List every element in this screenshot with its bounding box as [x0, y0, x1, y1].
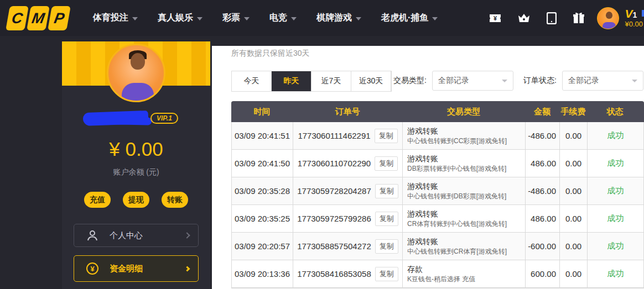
nav-item-label: 真人娱乐 [158, 12, 193, 24]
profile-avatar[interactable] [107, 44, 165, 102]
cell-amount: 486.00 [526, 150, 560, 177]
nav-menu-item[interactable]: 电竞 [269, 12, 297, 24]
date-range-tab[interactable]: 近30天 [351, 71, 391, 91]
cell-fee: 0.00 [560, 205, 588, 232]
voucher-icon[interactable]: ¥ [489, 13, 501, 23]
cell-order: 1773060111462291 复制 [293, 122, 403, 149]
copy-button[interactable]: 复制 [375, 156, 398, 171]
funds-detail-panel: 所有数据只保留近30天 今天 昨天 近7天 近30天 交易类型: 全部记录 订单… [212, 46, 644, 289]
cell-status: 成功 [588, 205, 643, 232]
device-icon[interactable] [547, 12, 557, 24]
nav-menu-item[interactable]: 体育投注 [93, 12, 138, 24]
nav-item-label: 棋牌游戏 [316, 12, 352, 24]
user-icon [86, 229, 98, 241]
cell-time: 03/09 20:20:57 [232, 233, 293, 260]
cell-type: 存款 K豆钱包-稍后选择 充值 [403, 260, 526, 287]
select-value: 全部记录 [568, 76, 599, 86]
column-header-status: 状态 [587, 101, 643, 122]
transaction-desc: K豆钱包-稍后选择 充值 [407, 275, 475, 283]
order-number: 1773058416853058 [297, 269, 371, 279]
topbar-icons: ¥ [489, 12, 585, 24]
cell-fee: 0.00 [560, 260, 588, 287]
transaction-type: 游戏转账 [407, 154, 438, 164]
user-avatar[interactable] [597, 7, 619, 29]
wallet-actions: 充值 提现 转账 [62, 192, 210, 208]
avatar-figure [131, 53, 145, 70]
filter-transaction-type: 交易类型: 全部记录 [393, 71, 513, 91]
cell-amount: -486.00 [526, 177, 560, 204]
order-number: 1773058857504272 [297, 241, 371, 251]
order-number: 1773060110702290 [298, 159, 371, 168]
cell-type: 游戏转账 CR体育转账到中心钱包[游戏免转] [403, 205, 526, 232]
username-redacted [83, 111, 149, 126]
logo-letter: M [27, 6, 50, 30]
user-cluster[interactable]: V1 ¥0.00 [597, 7, 643, 29]
copy-button[interactable]: 复制 [375, 267, 398, 281]
wallet-action-button[interactable]: 提现 [123, 192, 149, 208]
cell-amount: -486.00 [526, 122, 560, 149]
retention-notice: 所有数据只保留近30天 [231, 49, 310, 59]
cell-order: 1773058416853058 复制 [293, 260, 403, 287]
sidebar-item-personal-center[interactable]: 个人中心 [74, 224, 199, 247]
cell-status: 成功 [588, 260, 643, 287]
table-row: 03/09 20:20:57 1773058857504272 复制 游戏转账 … [232, 233, 643, 260]
date-range-tab[interactable]: 昨天 [272, 71, 311, 91]
cell-time: 03/09 20:35:25 [232, 205, 293, 232]
nav-menu-item[interactable]: 真人娱乐 [158, 12, 202, 24]
cell-time: 03/09 20:41:51 [232, 122, 293, 149]
account-balance: ¥ 0.00 [62, 138, 210, 160]
nav-item-label: 老虎机·捕鱼 [381, 12, 428, 24]
sidebar-item-label: 个人中心 [110, 230, 143, 241]
chevron-down-icon [197, 17, 202, 20]
transaction-desc: CR体育转账到中心钱包[游戏免转] [407, 219, 507, 228]
wallet-action-button[interactable]: 转账 [162, 192, 188, 208]
logo-letter: C [6, 6, 29, 30]
cell-fee: 0.00 [560, 122, 588, 149]
nav-item-label: 彩票 [222, 12, 240, 24]
avatar-figure [606, 12, 612, 19]
chevron-right-icon [185, 266, 190, 271]
cell-type: 游戏转账 中心钱包转账到DB彩票[游戏免转] [403, 177, 526, 204]
nav-menu-item[interactable]: 彩票 [222, 12, 250, 24]
coin-icon: ¥ [86, 262, 98, 275]
vip-level-display: V1 ¥0.00 [625, 8, 643, 28]
transaction-desc: DB彩票转账到中心钱包[游戏免转] [407, 164, 506, 173]
copy-button[interactable]: 复制 [375, 129, 398, 143]
table-row: 03/09 20:35:28 1773059728204287 复制 游戏转账 … [232, 177, 643, 205]
order-number: 1773059725799286 [297, 214, 371, 223]
table-row: 03/09 20:41:51 1773060111462291 复制 游戏转账 … [232, 122, 643, 150]
column-header-fee: 手续费 [559, 101, 587, 122]
wallet-action-button[interactable]: 充值 [84, 192, 111, 208]
date-range-tabs: 今天 昨天 近7天 近30天 [231, 71, 392, 92]
date-range-tab[interactable]: 今天 [232, 71, 272, 91]
filter-order-status: 订单状态: 全部记录 [523, 71, 643, 91]
transaction-type: 游戏转账 [407, 126, 438, 136]
order-number: 1773060111462291 [298, 131, 370, 140]
column-header-amount: 金额 [525, 101, 559, 122]
cutoff-element [642, 10, 644, 17]
cell-amount: 600.00 [526, 260, 560, 287]
chevron-down-icon [632, 80, 637, 82]
copy-button[interactable]: 复制 [375, 239, 398, 254]
cell-fee: 0.00 [560, 233, 588, 260]
nav-item-label: 体育投注 [93, 12, 128, 24]
sidebar-item-funds-detail[interactable]: ¥ 资金明细 [74, 255, 199, 282]
date-range-tab[interactable]: 近7天 [311, 71, 351, 91]
column-header-time: 时间 [231, 101, 293, 122]
table-row: 03/09 20:13:36 1773058416853058 复制 存款 K豆… [232, 260, 643, 288]
cell-status: 成功 [588, 233, 643, 260]
cmp-logo[interactable]: C M P [6, 6, 71, 30]
copy-button[interactable]: 复制 [375, 212, 398, 226]
table-row: 03/09 20:41:50 1773060110702290 复制 游戏转账 … [232, 150, 643, 177]
main-menu: 体育投注 真人娱乐 彩票 电竞 棋牌游戏 [93, 12, 438, 24]
gift-icon[interactable] [573, 12, 585, 24]
crown-icon[interactable] [517, 13, 531, 24]
nav-menu-item[interactable]: 老虎机·捕鱼 [381, 12, 438, 24]
nav-menu-item[interactable]: 棋牌游戏 [316, 12, 361, 24]
cell-time: 03/09 20:35:28 [232, 177, 293, 204]
profile-sidebar: VIP.1 ¥ 0.00 账户余额 (元) 充值 提现 转账 个人中心 ¥ 资金… [62, 41, 210, 289]
transaction-type-select[interactable]: 全部记录 [432, 71, 513, 91]
cell-fee: 0.00 [560, 177, 588, 204]
order-status-select[interactable]: 全部记录 [562, 71, 643, 91]
copy-button[interactable]: 复制 [375, 184, 398, 198]
